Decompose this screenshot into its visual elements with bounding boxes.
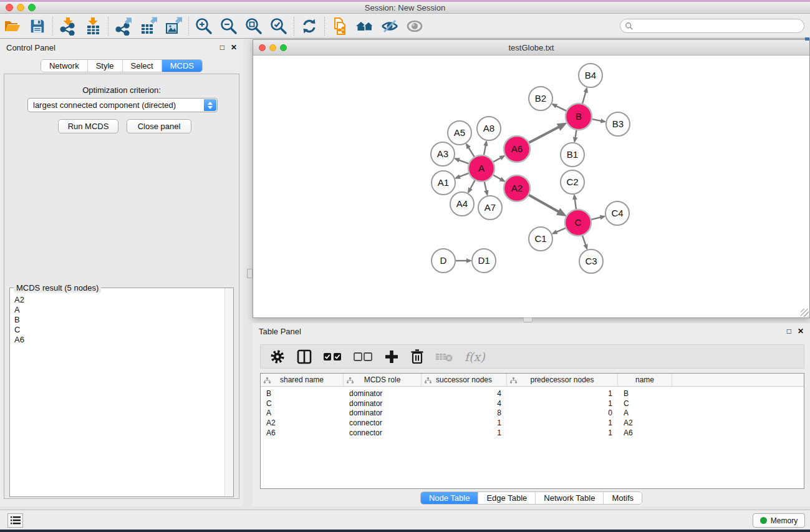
tab-select[interactable]: Select [123, 60, 162, 72]
table-row[interactable]: A6connector11A6 [261, 428, 804, 438]
zoom-in-button[interactable] [191, 16, 216, 37]
network-graph-canvas[interactable]: B4B2BB3A8A5A6A3B1AA1C2A2A4A7C4CC1C3DD1 [253, 56, 809, 317]
graph-node-D[interactable]: D [432, 249, 455, 273]
graph-node-C3[interactable]: C3 [579, 249, 603, 273]
memory-button[interactable]: Memory [753, 513, 805, 528]
table-row[interactable]: A2connector11A2 [261, 418, 804, 428]
zoom-selected-button[interactable] [266, 16, 291, 37]
node-label: C [575, 217, 582, 228]
graph-node-B4[interactable]: B4 [579, 64, 602, 87]
tab-mcds[interactable]: MCDS [162, 60, 202, 72]
table-settings-button[interactable] [269, 347, 286, 366]
column-header-predecessor-nodes[interactable]: predecessor nodes [507, 374, 618, 386]
new-network-from-selection-icon [330, 17, 349, 36]
close-panel-icon[interactable]: ✕ [231, 43, 237, 52]
criterion-select[interactable]: largest connected component (directed) [27, 98, 218, 112]
horizontal-splitter-grip[interactable] [523, 317, 533, 322]
export-table-button[interactable] [136, 16, 161, 37]
table-row[interactable]: Adominator80A [261, 408, 804, 418]
main-toolbar [0, 14, 810, 39]
graph-node-C2[interactable]: C2 [561, 170, 584, 194]
graph-node-B[interactable]: B [566, 104, 592, 130]
graph-node-B1[interactable]: B1 [561, 143, 584, 167]
show-all-button[interactable] [402, 16, 427, 37]
graph-node-B2[interactable]: B2 [529, 87, 552, 110]
result-item[interactable]: A [14, 305, 224, 315]
import-table-button[interactable] [80, 16, 105, 37]
add-column-button[interactable] [384, 347, 399, 366]
edge-A2-C[interactable] [527, 194, 564, 215]
task-history-button[interactable] [7, 513, 23, 528]
open-session-button[interactable] [0, 16, 25, 37]
graph-node-C4[interactable]: C4 [605, 201, 629, 225]
zoom-fit-button[interactable] [241, 16, 266, 37]
graph-node-A3[interactable]: A3 [431, 142, 455, 166]
column-header-name[interactable]: name [618, 374, 672, 386]
tab-network[interactable]: Network [41, 60, 88, 72]
select-all-button[interactable] [323, 347, 343, 366]
zoom-out-button[interactable] [216, 16, 241, 37]
run-mcds-button[interactable]: Run MCDS [58, 119, 118, 133]
graph-node-A1[interactable]: A1 [432, 171, 455, 195]
edge-A6-B[interactable] [527, 124, 565, 144]
float-panel-icon[interactable]: □ [220, 43, 224, 52]
column-header-mcds-role[interactable]: MCDS role [344, 374, 422, 386]
graph-node-C1[interactable]: C1 [529, 227, 552, 251]
tab-node-table[interactable]: Node Table [421, 492, 479, 504]
import-network-icon [59, 17, 77, 36]
table-close-panel-icon[interactable]: ✕ [798, 327, 804, 336]
graph-node-C[interactable]: C [565, 210, 591, 236]
tab-edge-table[interactable]: Edge Table [478, 492, 536, 504]
new-network-from-selection-button[interactable] [327, 16, 352, 37]
graph-node-A2[interactable]: A2 [504, 175, 530, 201]
window-corner-marker [805, 37, 809, 41]
graph-node-A5[interactable]: A5 [448, 121, 471, 145]
graph-node-A7[interactable]: A7 [478, 196, 502, 220]
show-columns-button[interactable] [296, 347, 312, 366]
toolbar-separator [294, 17, 294, 36]
table-toolbar: f(x) [260, 344, 804, 369]
save-session-button[interactable] [25, 16, 50, 37]
graph-node-A4[interactable]: A4 [450, 192, 474, 216]
table-row[interactable]: Bdominator41B [261, 389, 804, 399]
table-float-panel-icon[interactable]: □ [787, 327, 791, 336]
table-row[interactable]: Cdominator41C [261, 399, 804, 409]
edge-B-B4[interactable] [582, 89, 587, 106]
columns-icon [296, 349, 312, 365]
column-header-shared-name[interactable]: shared name [261, 374, 344, 386]
tab-motifs[interactable]: Motifs [604, 492, 642, 504]
graph-node-D1[interactable]: D1 [472, 249, 496, 273]
node-label: B3 [612, 118, 624, 129]
import-network-button[interactable] [55, 16, 80, 37]
export-network-button[interactable] [111, 16, 136, 37]
tab-style[interactable]: Style [88, 60, 123, 72]
first-neighbors-button[interactable] [352, 16, 377, 37]
network-window-titlebar[interactable]: testGlobe.txt [253, 40, 809, 56]
deselect-all-button[interactable] [354, 347, 374, 366]
window-resize-grip[interactable] [801, 309, 809, 317]
open-folder-icon [3, 17, 22, 36]
node-label: C1 [534, 233, 546, 244]
result-item[interactable]: A2 [14, 295, 224, 305]
toolbar-separator [52, 17, 53, 36]
graph-node-A6[interactable]: A6 [504, 136, 530, 162]
search-input[interactable] [634, 19, 804, 32]
result-scrollbar[interactable] [224, 288, 233, 496]
result-item[interactable]: A6 [14, 335, 224, 345]
delete-column-button[interactable] [410, 347, 425, 366]
tab-network-table[interactable]: Network Table [536, 492, 604, 504]
refresh-button[interactable] [297, 16, 322, 37]
close-panel-button[interactable]: Close panel [127, 119, 191, 133]
left-splitter-grip[interactable] [247, 269, 253, 278]
node-label: A5 [454, 127, 465, 138]
graph-node-A[interactable]: A [468, 155, 494, 181]
export-image-button[interactable] [161, 16, 186, 37]
hide-selected-button[interactable] [377, 16, 402, 37]
toolbar-separator [108, 17, 108, 36]
column-header-successor-nodes[interactable]: successor nodes [422, 374, 507, 386]
graph-node-A8[interactable]: A8 [477, 117, 501, 140]
criterion-selected-value: largest connected component (directed) [33, 100, 176, 110]
result-item[interactable]: C [14, 325, 224, 335]
graph-node-B3[interactable]: B3 [606, 112, 630, 136]
result-item[interactable]: B [14, 315, 224, 325]
